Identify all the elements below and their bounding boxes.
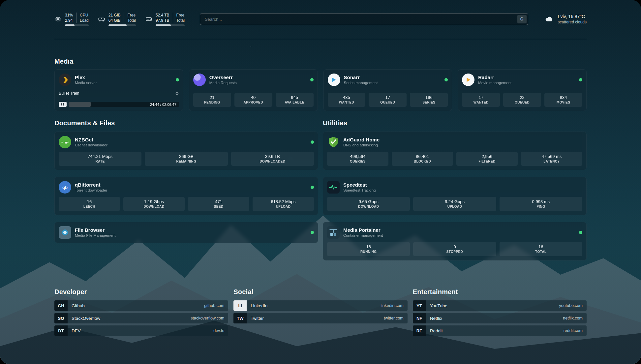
link-name: YouTube xyxy=(430,303,447,308)
app-card-sonarr[interactable]: Sonarr Series management 485 WANTED 17 Q… xyxy=(323,69,452,111)
developer-section-title: Developer xyxy=(54,288,228,296)
playback-progress-row: 24:44 / 02:06:47 xyxy=(59,102,179,107)
stat-value: 196 xyxy=(411,95,446,100)
stat-label: PING xyxy=(501,204,581,209)
twitter-abbr-badge: TW xyxy=(233,313,247,323)
stat-pending: 21 PENDING xyxy=(193,93,231,107)
adguard-stats: 498,564 QUERIES 86,401 BLOCKED 2,956 FIL… xyxy=(327,152,582,166)
link-twitter[interactable]: TW Twitter twitter.com xyxy=(233,313,407,323)
stat-blocked: 86,401 BLOCKED xyxy=(392,152,453,166)
app-desc: DNS and adblocking xyxy=(343,143,380,148)
link-url: stackoverflow.com xyxy=(191,316,224,320)
cloud-icon xyxy=(543,15,555,23)
stat-queries: 498,564 QUERIES xyxy=(327,152,388,166)
radarr-card-header: Radarr Movie management xyxy=(462,74,582,86)
stat-value: 498,564 xyxy=(328,154,387,159)
utilities-section-title: Utilities xyxy=(323,119,587,127)
stat-queued: 22 QUEUED xyxy=(503,93,541,107)
speedtest-meta: Speedtest Speedtest Tracking xyxy=(343,182,376,193)
cpu-percent: 31% xyxy=(65,13,73,18)
app-card-overseerr[interactable]: Overseerr Media Requests 21 PENDING 40 A… xyxy=(189,69,318,111)
link-github[interactable]: GH Github github.com xyxy=(54,300,228,311)
app-card-filebrowser[interactable]: File Browser Media File Management xyxy=(54,222,318,243)
ram-readout: 21 GiB 64 GiB Free Total xyxy=(108,13,136,26)
qbittorrent-stats: 16 LEECH 1.19 Gbps DOWNLOAD 471 SEED 6 xyxy=(59,197,314,211)
app-card-qbittorrent[interactable]: qb qBittorrent Torrent downloader 16 LEE… xyxy=(54,177,318,215)
weather-text: Lviv, 16.87°C scattered clouds xyxy=(558,14,587,25)
app-name: AdGuard Home xyxy=(343,136,380,143)
app-card-plex[interactable]: Plex Media server Bullet Train ⚙ xyxy=(54,69,183,111)
link-url: github.com xyxy=(204,303,224,308)
portainer-stats: 16 RUNNING 0 STOPPED 16 TOTAL xyxy=(327,242,582,256)
search-input[interactable] xyxy=(200,13,528,25)
weather-widget: Lviv, 16.87°C scattered clouds xyxy=(543,14,587,25)
netflix-abbr-badge: NF xyxy=(413,313,426,323)
link-youtube[interactable]: YT YouTube youtube.com xyxy=(413,300,587,311)
app-card-adguard[interactable]: AdGuard Home DNS and adblocking 498,564 … xyxy=(323,132,587,170)
stat-value: 266 GB xyxy=(146,154,226,159)
link-reddit[interactable]: RE Reddit reddit.com xyxy=(413,325,587,336)
link-netflix[interactable]: NF Netflix netflix.com xyxy=(413,313,587,323)
link-url: twitter.com xyxy=(384,316,404,320)
link-name: Reddit xyxy=(430,328,443,333)
cpu-chip-icon xyxy=(54,15,62,23)
stat-value: 17 xyxy=(463,95,499,100)
cpu-readout: 31% 2.94 CPU Load xyxy=(65,13,89,26)
stat-label: SERIES xyxy=(411,100,446,105)
weather-location: Lviv, 16.87°C xyxy=(558,14,587,19)
nzbget-card-header: nzbget NZBGet Usenet downloader xyxy=(59,136,314,148)
stat-remaining: 266 GB REMAINING xyxy=(145,152,228,166)
stat-value: 2,956 xyxy=(458,154,516,159)
stat-label: SEED xyxy=(189,204,248,209)
link-linkedin[interactable]: LI LinkedIn linkedin.com xyxy=(233,300,407,311)
nzbget-meta: NZBGet Usenet downloader xyxy=(75,136,107,148)
stat-filtered: 2,956 FILTERED xyxy=(456,152,518,166)
app-name: Plex xyxy=(75,74,97,80)
stat-wanted: 485 WANTED xyxy=(328,93,366,107)
link-name: Twitter xyxy=(251,316,264,321)
link-url: linkedin.com xyxy=(381,303,403,308)
ram-total-label: Total xyxy=(127,18,136,23)
adguard-shield-icon xyxy=(327,136,340,148)
search-engine-button[interactable]: G xyxy=(517,15,527,23)
app-card-portainer[interactable]: Media Portainer Container management 16 … xyxy=(323,222,587,260)
stat-label: RUNNING xyxy=(328,250,409,254)
stat-value: 21 xyxy=(195,95,230,100)
qbittorrent-icon: qb xyxy=(59,181,71,194)
ram-progress-bar xyxy=(108,24,136,26)
disk-free-label: Free xyxy=(176,13,185,18)
stat-total: 16 TOTAL xyxy=(500,242,582,256)
pause-button[interactable] xyxy=(59,102,67,107)
status-dot xyxy=(176,78,179,81)
dashboard-content: 31% 2.94 CPU Load xyxy=(0,0,641,364)
filebrowser-icon xyxy=(59,226,71,239)
app-card-radarr[interactable]: Radarr Movie management 17 WANTED 22 QUE… xyxy=(458,69,587,111)
status-dot xyxy=(311,140,314,144)
stat-label: LATENCY xyxy=(522,159,581,164)
documents-section-title: Documents & Files xyxy=(54,119,318,127)
stat-label: BLOCKED xyxy=(393,159,452,164)
stat-ping: 0.993 ms PING xyxy=(500,197,582,211)
stat-available: 945 AVAILABLE xyxy=(276,93,314,107)
stat-label: DOWNLOADED xyxy=(232,159,313,164)
stat-label: WANTED xyxy=(463,100,499,105)
disk-widget: 52.4 TB 97.9 TB Free Total xyxy=(145,13,185,26)
section-utilities: Utilities AdGuard Home DNS and xyxy=(323,119,587,267)
stat-label: AVAILABLE xyxy=(277,100,312,105)
app-name: Speedtest xyxy=(343,182,376,188)
status-dot xyxy=(311,231,314,234)
stat-value: 618.52 Mbps xyxy=(254,199,313,204)
app-card-nzbget[interactable]: nzbget NZBGet Usenet downloader 744.21 M… xyxy=(54,132,318,170)
stat-value: 1.19 Gbps xyxy=(125,199,183,204)
settings-gear-icon[interactable]: ⚙ xyxy=(175,91,179,96)
app-card-speedtest[interactable]: Speedtest Speedtest Tracking 9.65 Gbps D… xyxy=(323,177,587,215)
sonarr-card-header: Sonarr Series management xyxy=(328,74,448,86)
app-desc: Media Requests xyxy=(209,80,237,85)
hard-drive-icon xyxy=(145,15,152,23)
media-cards-row: Plex Media server Bullet Train ⚙ xyxy=(54,69,587,111)
link-url: dev.to xyxy=(213,328,224,333)
stat-wanted: 17 WANTED xyxy=(462,93,500,107)
link-dev[interactable]: DT DEV dev.to xyxy=(54,325,228,336)
link-stackoverflow[interactable]: SO StackOverflow stackoverflow.com xyxy=(54,313,228,323)
stat-value: 16 xyxy=(501,244,581,250)
